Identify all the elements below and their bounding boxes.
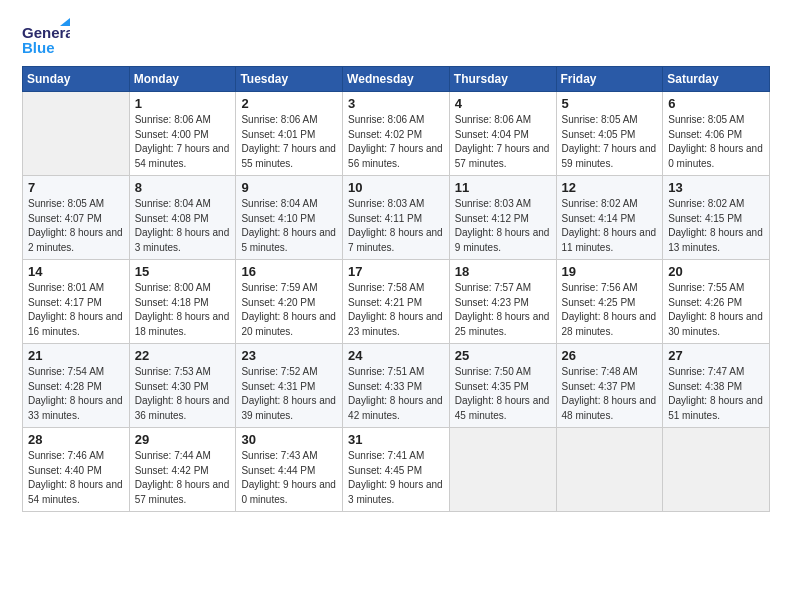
- calendar-cell: 18Sunrise: 7:57 AMSunset: 4:23 PMDayligh…: [449, 260, 556, 344]
- calendar-cell: [556, 428, 663, 512]
- day-info: Sunrise: 7:56 AMSunset: 4:25 PMDaylight:…: [562, 281, 658, 339]
- day-number: 2: [241, 96, 337, 111]
- day-number: 18: [455, 264, 551, 279]
- day-info: Sunrise: 8:00 AMSunset: 4:18 PMDaylight:…: [135, 281, 231, 339]
- day-number: 10: [348, 180, 444, 195]
- calendar-cell: 28Sunrise: 7:46 AMSunset: 4:40 PMDayligh…: [23, 428, 130, 512]
- day-number: 8: [135, 180, 231, 195]
- calendar-cell: [23, 92, 130, 176]
- calendar-week-row: 28Sunrise: 7:46 AMSunset: 4:40 PMDayligh…: [23, 428, 770, 512]
- weekday-header: Monday: [129, 67, 236, 92]
- day-info: Sunrise: 7:53 AMSunset: 4:30 PMDaylight:…: [135, 365, 231, 423]
- calendar-cell: 29Sunrise: 7:44 AMSunset: 4:42 PMDayligh…: [129, 428, 236, 512]
- weekday-header: Thursday: [449, 67, 556, 92]
- day-info: Sunrise: 7:57 AMSunset: 4:23 PMDaylight:…: [455, 281, 551, 339]
- day-info: Sunrise: 8:06 AMSunset: 4:04 PMDaylight:…: [455, 113, 551, 171]
- day-number: 9: [241, 180, 337, 195]
- day-info: Sunrise: 8:03 AMSunset: 4:12 PMDaylight:…: [455, 197, 551, 255]
- day-number: 17: [348, 264, 444, 279]
- calendar-cell: 20Sunrise: 7:55 AMSunset: 4:26 PMDayligh…: [663, 260, 770, 344]
- day-number: 28: [28, 432, 124, 447]
- day-info: Sunrise: 7:55 AMSunset: 4:26 PMDaylight:…: [668, 281, 764, 339]
- day-info: Sunrise: 8:06 AMSunset: 4:01 PMDaylight:…: [241, 113, 337, 171]
- calendar-cell: 21Sunrise: 7:54 AMSunset: 4:28 PMDayligh…: [23, 344, 130, 428]
- svg-text:Blue: Blue: [22, 39, 55, 56]
- day-info: Sunrise: 7:52 AMSunset: 4:31 PMDaylight:…: [241, 365, 337, 423]
- day-number: 11: [455, 180, 551, 195]
- day-info: Sunrise: 8:06 AMSunset: 4:02 PMDaylight:…: [348, 113, 444, 171]
- weekday-header: Saturday: [663, 67, 770, 92]
- calendar-cell: 24Sunrise: 7:51 AMSunset: 4:33 PMDayligh…: [343, 344, 450, 428]
- calendar-cell: 17Sunrise: 7:58 AMSunset: 4:21 PMDayligh…: [343, 260, 450, 344]
- day-info: Sunrise: 7:41 AMSunset: 4:45 PMDaylight:…: [348, 449, 444, 507]
- day-info: Sunrise: 8:05 AMSunset: 4:05 PMDaylight:…: [562, 113, 658, 171]
- calendar-cell: 1Sunrise: 8:06 AMSunset: 4:00 PMDaylight…: [129, 92, 236, 176]
- calendar-cell: 10Sunrise: 8:03 AMSunset: 4:11 PMDayligh…: [343, 176, 450, 260]
- calendar-cell: 11Sunrise: 8:03 AMSunset: 4:12 PMDayligh…: [449, 176, 556, 260]
- day-number: 26: [562, 348, 658, 363]
- day-info: Sunrise: 8:02 AMSunset: 4:15 PMDaylight:…: [668, 197, 764, 255]
- weekday-header-row: SundayMondayTuesdayWednesdayThursdayFrid…: [23, 67, 770, 92]
- calendar-cell: 2Sunrise: 8:06 AMSunset: 4:01 PMDaylight…: [236, 92, 343, 176]
- calendar-cell: 6Sunrise: 8:05 AMSunset: 4:06 PMDaylight…: [663, 92, 770, 176]
- day-info: Sunrise: 7:59 AMSunset: 4:20 PMDaylight:…: [241, 281, 337, 339]
- calendar-cell: 25Sunrise: 7:50 AMSunset: 4:35 PMDayligh…: [449, 344, 556, 428]
- day-number: 3: [348, 96, 444, 111]
- calendar-cell: 26Sunrise: 7:48 AMSunset: 4:37 PMDayligh…: [556, 344, 663, 428]
- day-info: Sunrise: 7:46 AMSunset: 4:40 PMDaylight:…: [28, 449, 124, 507]
- day-info: Sunrise: 7:44 AMSunset: 4:42 PMDaylight:…: [135, 449, 231, 507]
- day-info: Sunrise: 8:06 AMSunset: 4:00 PMDaylight:…: [135, 113, 231, 171]
- day-info: Sunrise: 7:54 AMSunset: 4:28 PMDaylight:…: [28, 365, 124, 423]
- calendar-cell: 30Sunrise: 7:43 AMSunset: 4:44 PMDayligh…: [236, 428, 343, 512]
- weekday-header: Tuesday: [236, 67, 343, 92]
- day-number: 23: [241, 348, 337, 363]
- day-number: 25: [455, 348, 551, 363]
- calendar-cell: 19Sunrise: 7:56 AMSunset: 4:25 PMDayligh…: [556, 260, 663, 344]
- day-number: 6: [668, 96, 764, 111]
- calendar-cell: 22Sunrise: 7:53 AMSunset: 4:30 PMDayligh…: [129, 344, 236, 428]
- day-info: Sunrise: 7:43 AMSunset: 4:44 PMDaylight:…: [241, 449, 337, 507]
- day-number: 5: [562, 96, 658, 111]
- page: General Blue SundayMondayTuesdayWednesda…: [0, 0, 792, 612]
- day-info: Sunrise: 7:47 AMSunset: 4:38 PMDaylight:…: [668, 365, 764, 423]
- day-number: 27: [668, 348, 764, 363]
- calendar-cell: 16Sunrise: 7:59 AMSunset: 4:20 PMDayligh…: [236, 260, 343, 344]
- calendar-cell: 13Sunrise: 8:02 AMSunset: 4:15 PMDayligh…: [663, 176, 770, 260]
- calendar-cell: [663, 428, 770, 512]
- calendar-table: SundayMondayTuesdayWednesdayThursdayFrid…: [22, 66, 770, 512]
- day-number: 1: [135, 96, 231, 111]
- logo-icon: General Blue: [22, 18, 70, 60]
- calendar-cell: 4Sunrise: 8:06 AMSunset: 4:04 PMDaylight…: [449, 92, 556, 176]
- day-info: Sunrise: 8:04 AMSunset: 4:10 PMDaylight:…: [241, 197, 337, 255]
- calendar-cell: 31Sunrise: 7:41 AMSunset: 4:45 PMDayligh…: [343, 428, 450, 512]
- calendar-cell: 14Sunrise: 8:01 AMSunset: 4:17 PMDayligh…: [23, 260, 130, 344]
- day-info: Sunrise: 7:58 AMSunset: 4:21 PMDaylight:…: [348, 281, 444, 339]
- day-number: 20: [668, 264, 764, 279]
- calendar-cell: 15Sunrise: 8:00 AMSunset: 4:18 PMDayligh…: [129, 260, 236, 344]
- day-info: Sunrise: 8:05 AMSunset: 4:06 PMDaylight:…: [668, 113, 764, 171]
- day-number: 16: [241, 264, 337, 279]
- day-number: 14: [28, 264, 124, 279]
- logo: General Blue: [22, 18, 70, 60]
- calendar-week-row: 21Sunrise: 7:54 AMSunset: 4:28 PMDayligh…: [23, 344, 770, 428]
- weekday-header: Wednesday: [343, 67, 450, 92]
- day-info: Sunrise: 8:02 AMSunset: 4:14 PMDaylight:…: [562, 197, 658, 255]
- calendar-cell: 27Sunrise: 7:47 AMSunset: 4:38 PMDayligh…: [663, 344, 770, 428]
- calendar-cell: 8Sunrise: 8:04 AMSunset: 4:08 PMDaylight…: [129, 176, 236, 260]
- weekday-header: Friday: [556, 67, 663, 92]
- calendar-cell: 12Sunrise: 8:02 AMSunset: 4:14 PMDayligh…: [556, 176, 663, 260]
- day-info: Sunrise: 8:03 AMSunset: 4:11 PMDaylight:…: [348, 197, 444, 255]
- header: General Blue: [22, 18, 770, 60]
- day-info: Sunrise: 8:01 AMSunset: 4:17 PMDaylight:…: [28, 281, 124, 339]
- calendar-cell: 9Sunrise: 8:04 AMSunset: 4:10 PMDaylight…: [236, 176, 343, 260]
- day-number: 30: [241, 432, 337, 447]
- day-info: Sunrise: 8:04 AMSunset: 4:08 PMDaylight:…: [135, 197, 231, 255]
- day-number: 24: [348, 348, 444, 363]
- day-info: Sunrise: 7:50 AMSunset: 4:35 PMDaylight:…: [455, 365, 551, 423]
- day-number: 29: [135, 432, 231, 447]
- day-number: 21: [28, 348, 124, 363]
- day-number: 22: [135, 348, 231, 363]
- day-info: Sunrise: 8:05 AMSunset: 4:07 PMDaylight:…: [28, 197, 124, 255]
- calendar-cell: 3Sunrise: 8:06 AMSunset: 4:02 PMDaylight…: [343, 92, 450, 176]
- day-number: 13: [668, 180, 764, 195]
